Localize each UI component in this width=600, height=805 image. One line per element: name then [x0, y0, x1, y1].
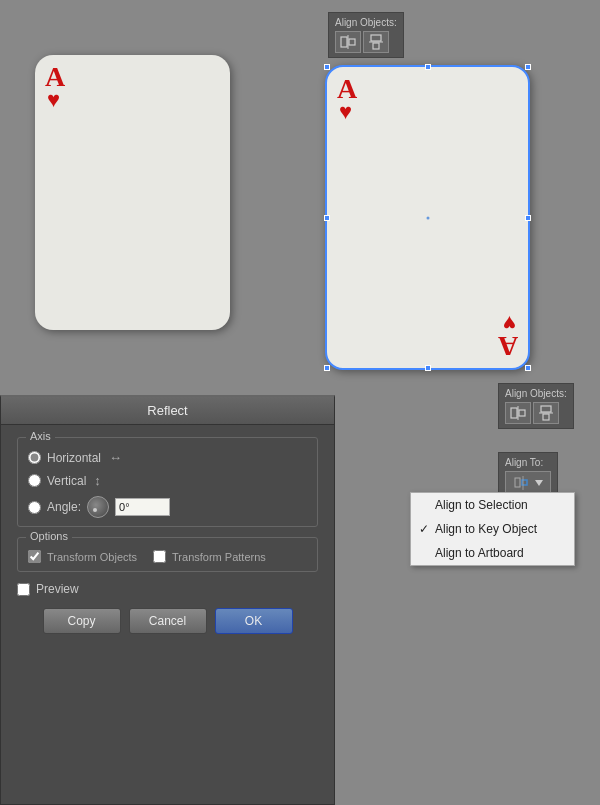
align-toolbar-bottom-buttons: [505, 402, 567, 424]
card-left-top-heart: ♥: [47, 87, 60, 113]
handle-bm: [425, 365, 431, 371]
dropdown-item-selection[interactable]: Align to Selection: [411, 493, 574, 517]
transform-objects-checkbox[interactable]: [28, 550, 41, 563]
buttons-row: Copy Cancel OK: [17, 608, 318, 634]
horizontal-label[interactable]: Horizontal: [47, 451, 101, 465]
align-to-dropdown-menu: Align to Selection Align to Key Object A…: [410, 492, 575, 566]
handle-tm: [425, 64, 431, 70]
align-toolbar-top-label: Align Objects:: [335, 17, 397, 28]
vertical-radio[interactable]: [28, 474, 41, 487]
transform-objects-label[interactable]: Transform Objects: [47, 551, 137, 563]
handle-ml: [324, 215, 330, 221]
preview-checkbox[interactable]: [17, 583, 30, 596]
align-toolbar-bottom: Align Objects:: [498, 383, 574, 429]
svg-rect-7: [519, 410, 525, 416]
card-left: A ♥: [35, 55, 230, 330]
horizontal-icon: ↔: [109, 450, 122, 465]
card-right-top-heart: ♥: [339, 99, 352, 125]
angle-input[interactable]: [115, 498, 170, 516]
dialog-body: Axis Horizontal ↔ Vertical ↕ Angle:: [1, 425, 334, 646]
align-toolbar-bottom-label: Align Objects:: [505, 388, 567, 399]
horizontal-radio-row: Horizontal ↔: [28, 450, 307, 465]
vertical-icon: ↕: [94, 473, 101, 488]
angle-label[interactable]: Angle:: [47, 500, 81, 514]
svg-rect-6: [511, 408, 517, 418]
card-right: A ♥ ♥ A: [325, 65, 530, 370]
vertical-radio-row: Vertical ↕: [28, 473, 307, 488]
bottom-gray-area: [335, 395, 600, 805]
dial-indicator: [93, 508, 97, 512]
dropdown-item-key-object[interactable]: Align to Key Object: [411, 517, 574, 541]
preview-row: Preview: [17, 582, 318, 596]
vertical-label[interactable]: Vertical: [47, 474, 86, 488]
angle-radio[interactable]: [28, 501, 41, 514]
transform-patterns-checkbox[interactable]: [153, 550, 166, 563]
handle-br: [525, 365, 531, 371]
cancel-button[interactable]: Cancel: [129, 608, 207, 634]
align-toolbar-top: Align Objects:: [328, 12, 404, 58]
transform-patterns-label[interactable]: Transform Patterns: [172, 551, 266, 563]
canvas: A ♥ A ♥ ♥ A Align Objects:: [0, 0, 600, 395]
svg-rect-10: [543, 414, 549, 420]
handle-tl: [324, 64, 330, 70]
svg-rect-0: [341, 37, 347, 47]
align-toolbar-top-buttons: [335, 31, 397, 53]
handle-mr: [525, 215, 531, 221]
copy-button[interactable]: Copy: [43, 608, 121, 634]
angle-dial[interactable]: [87, 496, 109, 518]
options-section-label: Options: [26, 530, 72, 542]
svg-rect-12: [515, 478, 520, 487]
handle-bl: [324, 365, 330, 371]
dialog-title: Reflect: [147, 403, 187, 418]
axis-section-label: Axis: [26, 430, 55, 442]
horizontal-radio[interactable]: [28, 451, 41, 464]
axis-section: Axis Horizontal ↔ Vertical ↕ Angle:: [17, 437, 318, 527]
align-to-label: Align To:: [505, 457, 551, 468]
dropdown-item-artboard[interactable]: Align to Artboard: [411, 541, 574, 565]
svg-rect-4: [373, 43, 379, 49]
align-vertical-btn[interactable]: [363, 31, 389, 53]
align-bottom-vertical-btn[interactable]: [533, 402, 559, 424]
transform-objects-row: Transform Objects Transform Patterns: [28, 550, 307, 563]
options-section: Options Transform Objects Transform Patt…: [17, 537, 318, 572]
align-bottom-horizontal-btn[interactable]: [505, 402, 531, 424]
reflect-dialog: Reflect Axis Horizontal ↔ Vertical ↕ Ang…: [0, 395, 335, 805]
dialog-titlebar: Reflect: [1, 397, 334, 425]
ok-button[interactable]: OK: [215, 608, 293, 634]
preview-label[interactable]: Preview: [36, 582, 79, 596]
handle-tr: [525, 64, 531, 70]
svg-rect-9: [541, 406, 551, 412]
card-right-bottom-letter: A: [498, 332, 518, 360]
svg-rect-3: [371, 35, 381, 41]
angle-row: Angle:: [28, 496, 307, 518]
svg-rect-1: [349, 39, 355, 45]
card-right-center-dot: [426, 216, 429, 219]
align-horizontal-btn[interactable]: [335, 31, 361, 53]
